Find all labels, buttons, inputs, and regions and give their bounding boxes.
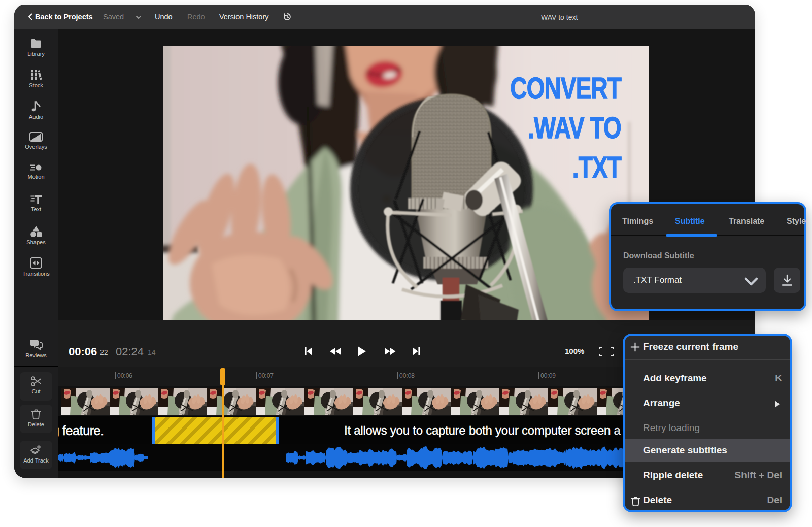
- svg-text:.WAV TO: .WAV TO: [528, 111, 621, 144]
- svg-text:.TXT: .TXT: [572, 150, 622, 184]
- svg-text:CONVERT: CONVERT: [510, 71, 621, 105]
